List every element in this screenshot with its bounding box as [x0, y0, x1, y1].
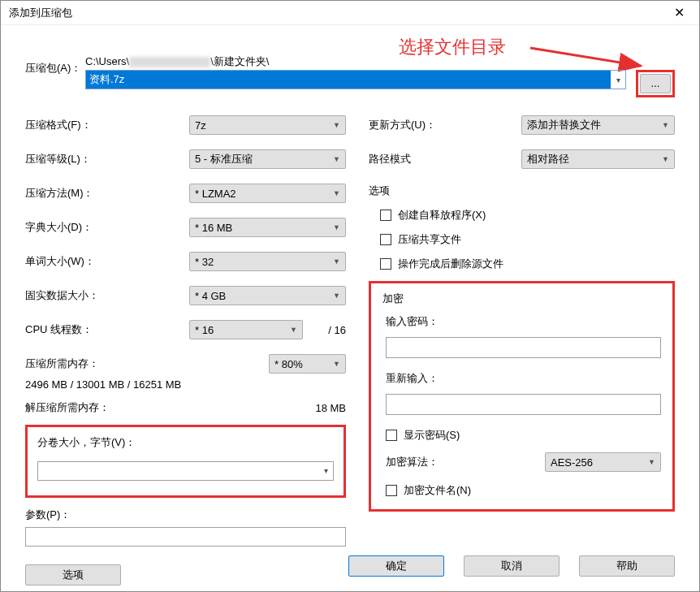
show-password-label: 显示密码(S)	[404, 428, 460, 443]
method-combo[interactable]: * LZMA2▼	[189, 184, 346, 203]
chevron-down-icon: ▾	[318, 462, 333, 480]
chevron-down-icon: ▼	[333, 292, 340, 300]
browse-highlight: ...	[636, 70, 675, 97]
archive-label: 压缩包(A)：	[25, 54, 85, 76]
pathmode-label: 路径模式	[369, 152, 521, 166]
mem-decompress-label: 解压缩所需内存：	[25, 400, 110, 415]
threads-max: / 16	[309, 324, 346, 336]
chevron-down-icon: ▾	[611, 76, 625, 84]
delete-label: 操作完成后删除源文件	[398, 257, 503, 271]
chevron-down-icon: ▼	[333, 155, 340, 163]
archive-name-combo[interactable]: 资料.7z ▾	[85, 70, 626, 89]
chevron-down-icon: ▼	[333, 223, 340, 231]
sfx-label: 创建自释放程序(X)	[398, 208, 486, 223]
word-label: 单词大小(W)：	[25, 254, 189, 269]
solid-label: 固实数据大小：	[25, 288, 189, 303]
archive-name-value: 资料.7z	[86, 71, 611, 89]
format-label: 压缩格式(F)：	[25, 118, 189, 132]
browse-button[interactable]: ...	[640, 74, 671, 93]
close-icon[interactable]: ✕	[666, 3, 693, 22]
dialog-window: 添加到压缩包 ✕ 选择文件目录 压缩包(A)： C:\Users\\新建文件夹\…	[0, 0, 700, 592]
threads-label: CPU 线程数：	[25, 322, 189, 337]
enc-method-combo[interactable]: AES-256▼	[545, 452, 661, 472]
chevron-down-icon: ▼	[662, 121, 669, 129]
word-combo[interactable]: * 32▼	[189, 252, 346, 271]
level-combo[interactable]: 5 - 标准压缩▼	[189, 149, 346, 169]
cancel-button[interactable]: 取消	[464, 555, 560, 577]
mem-compress-combo[interactable]: * 80%▼	[269, 354, 346, 374]
chevron-down-icon: ▼	[333, 121, 340, 129]
mem-decompress-value: 18 MB	[315, 402, 346, 414]
update-label: 更新方式(U)：	[369, 118, 521, 132]
chevron-down-icon: ▼	[290, 326, 297, 334]
update-combo[interactable]: 添加并替换文件▼	[521, 115, 675, 135]
dict-label: 字典大小(D)：	[25, 220, 189, 235]
options-button[interactable]: 选项	[25, 564, 121, 586]
chevron-down-icon: ▼	[662, 155, 669, 163]
encryption-group-label: 加密	[382, 292, 661, 306]
chevron-down-icon: ▼	[333, 257, 340, 266]
volume-label: 分卷大小，字节(V)：	[37, 435, 334, 450]
params-label: 参数(P)：	[25, 508, 346, 522]
options-group-label: 选项	[369, 184, 675, 198]
chevron-down-icon: ▼	[333, 360, 340, 368]
enc-method-label: 加密算法：	[386, 455, 545, 469]
chevron-down-icon: ▼	[648, 458, 655, 466]
params-input[interactable]	[25, 527, 346, 547]
format-combo[interactable]: 7z▼	[189, 115, 346, 135]
dict-combo[interactable]: * 16 MB▼	[189, 218, 346, 237]
mem-compress-label: 压缩所需内存：	[25, 356, 269, 371]
show-password-checkbox[interactable]	[386, 430, 397, 441]
shared-checkbox[interactable]	[380, 234, 391, 245]
archive-path: C:\Users\\新建文件夹\	[85, 54, 675, 69]
titlebar: 添加到压缩包 ✕	[1, 1, 699, 25]
encrypt-names-checkbox[interactable]	[386, 485, 397, 496]
mem-compress-value: 2496 MB / 13001 MB / 16251 MB	[25, 378, 346, 391]
reenter-password-label: 重新输入：	[386, 371, 661, 386]
method-label: 压缩方法(M)：	[25, 186, 189, 201]
help-button[interactable]: 帮助	[579, 555, 675, 577]
volume-highlight: 分卷大小，字节(V)： ▾	[25, 425, 346, 498]
chevron-down-icon: ▼	[333, 189, 340, 197]
encrypt-names-label: 加密文件名(N)	[404, 483, 471, 498]
sfx-checkbox[interactable]	[380, 210, 391, 221]
level-label: 压缩等级(L)：	[25, 152, 189, 166]
pathmode-combo[interactable]: 相对路径▼	[521, 149, 675, 169]
password-reenter-input[interactable]	[386, 394, 661, 415]
enter-password-label: 输入密码：	[386, 314, 661, 329]
password-input[interactable]	[386, 337, 661, 358]
ok-button[interactable]: 确定	[348, 555, 444, 577]
threads-combo[interactable]: * 16▼	[189, 320, 303, 339]
window-title: 添加到压缩包	[9, 6, 72, 20]
volume-combo[interactable]: ▾	[37, 461, 334, 481]
solid-combo[interactable]: * 4 GB▼	[189, 286, 346, 305]
encryption-highlight: 加密 输入密码： 重新输入： 显示密码(S) 加密算法： AES-256▼	[369, 281, 675, 512]
shared-label: 压缩共享文件	[398, 232, 461, 247]
delete-checkbox[interactable]	[380, 258, 391, 270]
